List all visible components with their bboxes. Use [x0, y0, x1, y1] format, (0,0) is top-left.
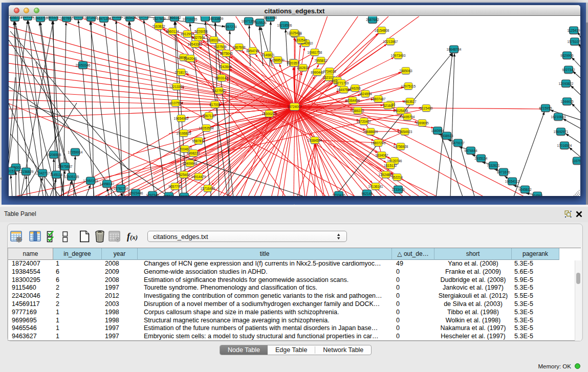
svg-text:10719155: 10719155 — [183, 17, 198, 21]
svg-text:8215955: 8215955 — [539, 106, 552, 110]
svg-text:19166825: 19166825 — [177, 132, 191, 135]
svg-text:8912954: 8912954 — [181, 32, 194, 36]
svg-text:8813054: 8813054 — [264, 16, 277, 19]
svg-text:8960124: 8960124 — [166, 30, 179, 33]
svg-text:7357274: 7357274 — [224, 25, 237, 29]
svg-text:16543382: 16543382 — [188, 42, 203, 46]
svg-text:1244415: 1244415 — [560, 100, 574, 103]
svg-text:1145114: 1145114 — [50, 173, 63, 177]
svg-text:9474444: 9474444 — [464, 149, 477, 152]
svg-text:9657791: 9657791 — [168, 185, 182, 188]
svg-text:13353594: 13353594 — [199, 126, 214, 130]
svg-text:14914479: 14914479 — [191, 175, 206, 179]
svg-text:9146821: 9146821 — [262, 53, 275, 57]
svg-text:3634067: 3634067 — [375, 154, 388, 157]
svg-text:2342046: 2342046 — [184, 57, 197, 60]
svg-text:7386372: 7386372 — [351, 109, 364, 113]
svg-text:9327508: 9327508 — [192, 36, 205, 39]
svg-text:5938923: 5938923 — [440, 134, 453, 138]
svg-text:12923446: 12923446 — [128, 191, 143, 195]
svg-text:17957253: 17957253 — [83, 179, 98, 183]
svg-text:8427552: 8427552 — [212, 89, 226, 93]
svg-text:1071915: 1071915 — [84, 16, 98, 19]
svg-text:1615132: 1615132 — [384, 164, 397, 167]
svg-text:1733416: 1733416 — [391, 188, 405, 191]
svg-text:7515526: 7515526 — [110, 16, 123, 18]
svg-text:985631: 985631 — [163, 194, 175, 196]
svg-text:20364456: 20364456 — [345, 99, 360, 102]
svg-text:924561: 924561 — [532, 194, 543, 196]
svg-text:7163822: 7163822 — [152, 25, 165, 28]
svg-text:19384554: 19384554 — [308, 139, 322, 142]
svg-text:2069146: 2069146 — [21, 16, 34, 18]
svg-text:7955812: 7955812 — [314, 59, 328, 62]
svg-text:1125419: 1125419 — [568, 29, 580, 32]
svg-text:12156829: 12156829 — [19, 170, 34, 173]
svg-text:1327602: 1327602 — [60, 16, 73, 20]
svg-text:3624554: 3624554 — [359, 92, 372, 96]
svg-text:5226058: 5226058 — [194, 30, 208, 33]
svg-text:8064125: 8064125 — [137, 16, 150, 18]
svg-text:10654112: 10654112 — [505, 180, 520, 183]
svg-text:16961758: 16961758 — [308, 51, 322, 54]
svg-text:1965426: 1965426 — [123, 16, 137, 19]
svg-text:135051: 135051 — [179, 195, 190, 196]
svg-text:16807487: 16807487 — [371, 97, 386, 101]
svg-text:12213967: 12213967 — [383, 40, 398, 43]
svg-text:1162615: 1162615 — [297, 66, 310, 70]
svg-text:16107554: 16107554 — [168, 101, 183, 105]
svg-text:19654982: 19654982 — [174, 117, 189, 120]
svg-text:817008: 817008 — [209, 103, 221, 106]
svg-text:2803144: 2803144 — [215, 76, 228, 80]
svg-text:18807249: 18807249 — [371, 141, 386, 145]
svg-text:39151: 39151 — [9, 169, 15, 173]
svg-text:3875645: 3875645 — [220, 52, 233, 55]
svg-text:14958147: 14958147 — [100, 182, 115, 186]
svg-text:18724007: 18724007 — [287, 105, 302, 108]
svg-text:16648784: 16648784 — [447, 48, 462, 51]
svg-text:12409948: 12409948 — [183, 162, 198, 165]
svg-text:19771769: 19771769 — [334, 81, 349, 85]
svg-text:16210643: 16210643 — [551, 115, 566, 119]
svg-text:2687682: 2687682 — [366, 18, 379, 21]
svg-text:15751074: 15751074 — [568, 40, 580, 43]
svg-text:15720407: 15720407 — [357, 120, 372, 123]
svg-text:20357: 20357 — [290, 61, 299, 65]
svg-text:116753: 116753 — [572, 159, 580, 163]
svg-text:12342717: 12342717 — [35, 171, 50, 175]
svg-text:17359914: 17359914 — [68, 150, 83, 154]
svg-text:9463627: 9463627 — [403, 100, 417, 103]
svg-text:10688609: 10688609 — [363, 130, 378, 134]
svg-text:352214: 352214 — [391, 176, 403, 179]
svg-text:9734028: 9734028 — [323, 70, 336, 73]
svg-text:14136141: 14136141 — [368, 185, 383, 188]
svg-text:4498222: 4498222 — [187, 151, 200, 155]
svg-text:5587832: 5587832 — [192, 139, 205, 143]
svg-text:16497508: 16497508 — [337, 88, 352, 92]
svg-text:9327508: 9327508 — [213, 45, 227, 49]
svg-text:962145: 962145 — [361, 192, 373, 195]
svg-text:62160: 62160 — [383, 104, 393, 107]
svg-text:19218506: 19218506 — [277, 24, 292, 27]
svg-text:2367608: 2367608 — [232, 46, 246, 49]
svg-text:1332541: 1332541 — [294, 38, 308, 42]
svg-text:12213369: 12213369 — [169, 85, 184, 89]
svg-text:8454749: 8454749 — [246, 49, 259, 53]
svg-text:3267130: 3267130 — [202, 114, 215, 118]
svg-text:16033809: 16033809 — [209, 17, 224, 20]
svg-text:14495794: 14495794 — [400, 115, 415, 119]
svg-text:2935114: 2935114 — [475, 157, 488, 160]
svg-text:8471676: 8471676 — [497, 170, 510, 174]
svg-text:9329906: 9329906 — [560, 54, 574, 57]
svg-text:16971358: 16971358 — [97, 17, 112, 20]
svg-text:1327602: 1327602 — [153, 17, 166, 20]
svg-text:6466162: 6466162 — [168, 16, 181, 19]
svg-text:7625402: 7625402 — [177, 173, 190, 177]
svg-text:1292346: 1292346 — [146, 193, 159, 196]
svg-text:24055724: 24055724 — [9, 16, 23, 19]
svg-text:19975887: 19975887 — [58, 165, 73, 168]
svg-text:2718170: 2718170 — [175, 71, 188, 74]
svg-text:6479197: 6479197 — [451, 141, 465, 145]
svg-text:7485063: 7485063 — [399, 69, 412, 73]
svg-text:6466162: 6466162 — [72, 16, 85, 18]
